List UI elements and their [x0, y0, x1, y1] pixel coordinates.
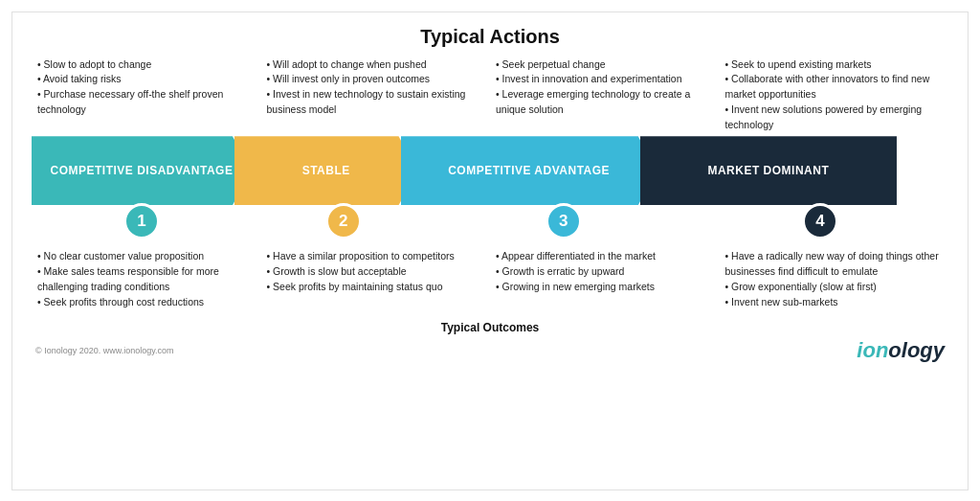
- segment-1-label: COMPETITIVE DISADVANTAGE: [43, 164, 241, 177]
- top-list-4: Seek to upend existing markets Collabora…: [725, 57, 940, 133]
- top-col-1: Slow to adopt to change Avoid taking ris…: [32, 54, 261, 137]
- badge-3: 3: [546, 203, 582, 239]
- top-col-4: Seek to upend existing markets Collabora…: [720, 54, 949, 137]
- bottom-list-2-item-1: Have a similar proposition to competitor…: [267, 249, 481, 264]
- bottom-list-2-item-2: Growth is slow but acceptable: [267, 264, 481, 280]
- top-list-2: Will adopt to change when pushed Will in…: [267, 57, 481, 118]
- bottom-list-2-item-3: Seek profits by maintaining status quo: [267, 280, 481, 295]
- bottom-list-3-item-2: Growth is erratic by upward: [496, 264, 710, 280]
- arrow-row: COMPETITIVE DISADVANTAGE STABLE COMPETIT…: [32, 136, 948, 205]
- arrow-section: COMPETITIVE DISADVANTAGE STABLE COMPETIT…: [32, 136, 948, 222]
- bottom-col-1: No clear customer value proposition Make…: [32, 245, 261, 313]
- outcomes-title: Typical Outcomes: [32, 313, 948, 336]
- bottom-list-3-item-3: Growing in new emerging markets: [496, 280, 710, 295]
- bottom-col-2: Have a similar proposition to competitor…: [261, 245, 491, 313]
- top-list-1-item-3: Purchase necessary off-the shelf proven …: [37, 87, 252, 118]
- bottom-list-4-item-2: Grow exponentially (slow at first): [725, 280, 940, 295]
- top-list-2-item-2: Will invest only in proven outcomes: [267, 72, 481, 87]
- bottom-list-1-item-2: Make sales teams responsible for more ch…: [37, 264, 252, 295]
- top-list-2-item-1: Will adopt to change when pushed: [267, 57, 481, 73]
- top-list-2-item-3: Invest in new technology to sustain exis…: [267, 87, 481, 118]
- top-list-4-item-2: Collaborate with other innovators to fin…: [725, 72, 940, 102]
- bottom-list-1: No clear customer value proposition Make…: [37, 249, 252, 309]
- bottom-list-3-item-1: Appear differentiated in the market: [496, 249, 710, 264]
- top-list-3-item-2: Invest in innovation and experimentation: [496, 72, 710, 87]
- segment-4-label: MARKET DOMINANT: [700, 164, 836, 177]
- top-col-3: Seek perpetual change Invest in innovati…: [490, 54, 720, 137]
- segment-3: COMPETITIVE ADVANTAGE: [401, 136, 657, 205]
- top-list-4-item-3: Invent new solutions powered by emerging…: [725, 102, 940, 133]
- bottom-col-4: Have a radically new way of doing things…: [720, 245, 949, 313]
- page-title: Typical Actions: [32, 12, 948, 54]
- top-list-3-item-1: Seek perpetual change: [496, 57, 710, 73]
- badge-2: 2: [325, 203, 362, 239]
- top-list-3-item-3: Leverage emerging technology to create a…: [496, 87, 710, 118]
- badge-4: 4: [802, 203, 838, 239]
- bottom-list-1-item-3: Seek profits through cost reductions: [37, 295, 252, 310]
- top-list-1-item-2: Avoid taking risks: [37, 72, 252, 87]
- top-list-4-item-1: Seek to upend existing markets: [725, 57, 940, 73]
- segment-1: COMPETITIVE DISADVANTAGE: [32, 136, 252, 205]
- segment-2: STABLE: [234, 136, 418, 205]
- main-container: Typical Actions Slow to adopt to change …: [11, 11, 969, 490]
- bottom-col-3: Appear differentiated in the market Grow…: [490, 245, 720, 313]
- brand-logo: ionology: [857, 338, 945, 363]
- bottom-list-3: Appear differentiated in the market Grow…: [496, 249, 710, 294]
- segment-3-label: COMPETITIVE ADVANTAGE: [440, 164, 617, 177]
- top-col-2: Will adopt to change when pushed Will in…: [261, 54, 491, 137]
- bottom-list-4-item-1: Have a radically new way of doing things…: [725, 249, 940, 280]
- top-list-1: Slow to adopt to change Avoid taking ris…: [37, 57, 252, 118]
- top-list-3: Seek perpetual change Invest in innovati…: [496, 57, 710, 118]
- top-bullets-row: Slow to adopt to change Avoid taking ris…: [32, 54, 948, 137]
- bottom-list-1-item-1: No clear customer value proposition: [37, 249, 252, 264]
- badge-1: 1: [123, 203, 160, 239]
- bottom-list-4-item-3: Invent new sub-markets: [725, 295, 940, 310]
- segment-4: MARKET DOMINANT: [640, 136, 897, 205]
- footer-row: © Ionology 2020. www.ionology.com ionolo…: [32, 336, 948, 367]
- copyright-text: © Ionology 2020. www.ionology.com: [35, 346, 174, 355]
- segment-2-label: STABLE: [295, 164, 358, 177]
- top-list-1-item-1: Slow to adopt to change: [37, 57, 252, 73]
- bottom-list-4: Have a radically new way of doing things…: [725, 249, 940, 309]
- bottom-bullets-row: No clear customer value proposition Make…: [32, 245, 948, 313]
- bottom-list-2: Have a similar proposition to competitor…: [267, 249, 481, 294]
